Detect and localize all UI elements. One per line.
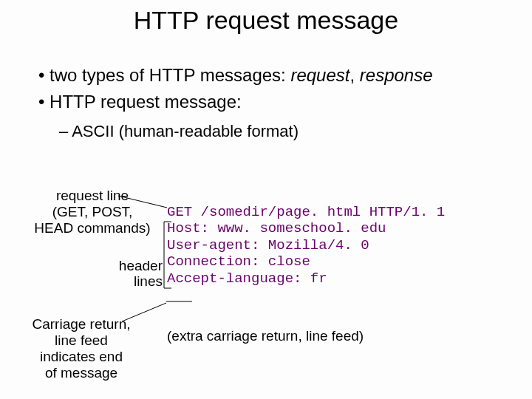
annotation-arrows bbox=[0, 0, 532, 399]
svg-line-1 bbox=[122, 303, 166, 321]
svg-line-0 bbox=[118, 196, 167, 208]
slide: HTTP request message • two types of HTTP… bbox=[0, 0, 532, 399]
